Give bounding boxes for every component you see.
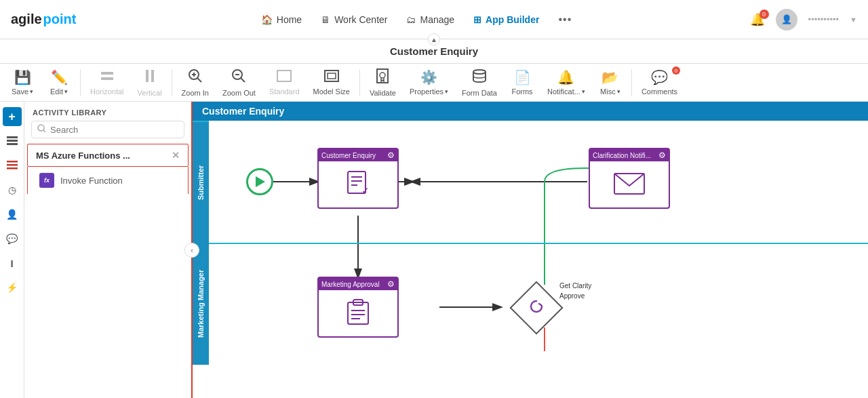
avatar-icon: 👤 — [781, 14, 792, 24]
misc-icon: 📂 — [601, 69, 618, 85]
svg-rect-1 — [101, 77, 113, 80]
start-node[interactable] — [246, 168, 273, 195]
notifications-label: Notificat... — [547, 87, 580, 96]
customer-enquiry-icon-area: ✓ — [345, 170, 371, 196]
edit-label: Edit — [50, 87, 63, 96]
activity-library-header: Activity Library — [24, 102, 191, 121]
save-dropdown-arrow: ▾ — [30, 88, 33, 95]
clarification-gear-icon[interactable]: ⚙ — [658, 151, 666, 160]
sidebar-flag-btn[interactable]: I — [3, 254, 22, 273]
zoomin-icon — [188, 68, 203, 87]
nav-manage[interactable]: 🗂 Manage — [406, 14, 454, 25]
svg-point-23 — [38, 125, 44, 131]
formdata-label: Form Data — [462, 89, 497, 97]
comments-badge: 0 — [672, 66, 680, 75]
page-title: Customer Enquiry — [390, 45, 478, 57]
sep-3 — [359, 69, 360, 96]
clarification-node-title: Clarification Notifi... — [593, 152, 651, 159]
sidebar-clock-btn[interactable]: ◷ — [3, 180, 22, 199]
forms-button[interactable]: 📄 Forms — [505, 66, 539, 98]
notifications-toolbar-button[interactable]: 🔔 Notificat... ▾ — [542, 66, 591, 98]
user-avatar[interactable]: 👤 — [776, 9, 797, 31]
standard-icon — [277, 70, 292, 85]
sidebar-add-btn[interactable]: + — [3, 107, 22, 126]
nav-home[interactable]: 🏠 Home — [261, 14, 302, 25]
nav-right: 🔔 0 👤 •••••••••• ▼ — [750, 9, 857, 31]
main-area: + ◷ 👤 💬 I ⚡ Activity Library MS Azure Fu… — [0, 102, 868, 398]
collapse-panel-btn[interactable]: ‹ — [184, 243, 199, 258]
edit-icon: ✏️ — [51, 69, 68, 85]
marketing-approval-node[interactable]: Marketing Approval ⚙ — [317, 277, 399, 338]
modelsize-button[interactable]: Model Size — [308, 67, 355, 98]
sep-2 — [172, 69, 172, 96]
save-button[interactable]: 💾 Save ▾ — [5, 66, 39, 98]
folder-icon: 🗂 — [406, 14, 416, 25]
vertical-label: Vertical — [138, 89, 162, 97]
vertical-button: Vertical — [132, 66, 167, 100]
gateway-node[interactable]: Get Clarity Approve — [517, 289, 555, 327]
marketing-approval-gear-icon[interactable]: ⚙ — [387, 279, 395, 289]
svg-rect-17 — [7, 136, 18, 138]
properties-button[interactable]: ⚙️ Properties ▾ — [404, 66, 454, 98]
svg-point-16 — [473, 70, 486, 74]
nav-workcenter[interactable]: 🖥 Work Center — [321, 14, 387, 25]
get-clarity-label: Get Clarity — [559, 282, 591, 290]
logo-point: point — [43, 12, 77, 27]
svg-line-5 — [197, 78, 201, 82]
svg-rect-12 — [325, 71, 338, 81]
formdata-icon — [472, 68, 487, 87]
sidebar-chat-btn[interactable]: 💬 — [3, 229, 22, 248]
sidebar-user-btn[interactable]: 👤 — [3, 205, 22, 224]
clipboard-icon — [345, 298, 371, 325]
validate-button[interactable]: Validate — [364, 66, 401, 100]
toolbar: 💾 Save ▾ ✏️ Edit ▾ Horizontal Vertical Z… — [0, 64, 868, 102]
standard-button: Standard — [264, 67, 305, 98]
fx-icon-wrap: fx — [39, 172, 55, 188]
comments-button[interactable]: 💬 Comments 0 — [636, 66, 683, 98]
search-input[interactable] — [50, 125, 178, 135]
sub-header: ▲ Customer Enquiry — [0, 39, 868, 64]
zoomin-button[interactable]: Zoom In — [176, 66, 214, 100]
sidebar-list-btn[interactable] — [3, 132, 22, 151]
search-box[interactable] — [31, 121, 184, 138]
activity-item-invoke[interactable]: fx Invoke Function — [27, 167, 189, 194]
customer-enquiry-node[interactable]: Customer Enquiry ⚙ ✓ — [317, 148, 399, 209]
canvas-nodes-area: Customer Enquiry ⚙ ✓ — [209, 121, 868, 395]
comments-label: Comments — [642, 87, 677, 96]
zoomout-label: Zoom Out — [222, 89, 256, 97]
home-icon: 🏠 — [261, 14, 273, 25]
more-options[interactable]: ••• — [558, 14, 572, 26]
svg-rect-19 — [7, 143, 18, 145]
diamond-shape — [509, 281, 563, 334]
invoke-function-icon: fx — [39, 173, 54, 188]
horizontal-label: Horizontal — [90, 87, 124, 96]
logo-text: agile — [11, 12, 42, 27]
sep-1 — [80, 69, 81, 96]
misc-button[interactable]: 📂 Misc ▾ — [593, 66, 627, 98]
nav-appbuilder[interactable]: ⊞ App Builder — [473, 14, 539, 25]
validate-label: Validate — [370, 89, 396, 97]
notification-badge: 0 — [760, 9, 769, 19]
user-dropdown-icon[interactable]: ▼ — [850, 16, 857, 24]
clarification-node[interactable]: Clarification Notifi... ⚙ — [589, 148, 670, 209]
zoomout-icon — [231, 68, 246, 87]
svg-rect-2 — [146, 70, 149, 82]
search-icon — [37, 124, 46, 135]
zoomout-button[interactable]: Zoom Out — [217, 66, 261, 100]
nav-workcenter-label: Work Center — [334, 14, 387, 25]
collapse-header-btn[interactable]: ▲ — [428, 33, 440, 45]
lane-label-submitter: Submitter — [193, 121, 209, 243]
customer-enquiry-gear-icon[interactable]: ⚙ — [387, 151, 395, 160]
activity-category[interactable]: MS Azure Functions ... ✕ — [27, 144, 189, 167]
edit-button[interactable]: ✏️ Edit ▾ — [42, 66, 76, 98]
sidebar-lightning-btn[interactable]: ⚡ — [3, 278, 22, 297]
notifications-btn[interactable]: 🔔 0 — [750, 12, 765, 27]
svg-line-9 — [241, 78, 245, 82]
formdata-button[interactable]: Form Data — [456, 66, 502, 100]
customer-enquiry-node-title: Customer Enquiry — [321, 152, 376, 159]
logo[interactable]: agilepoint — [11, 12, 76, 27]
checkmark-icon: ✓ — [361, 185, 370, 196]
close-category-icon[interactable]: ✕ — [172, 150, 180, 161]
svg-rect-18 — [7, 140, 18, 142]
sidebar-menu-btn[interactable] — [3, 156, 22, 175]
